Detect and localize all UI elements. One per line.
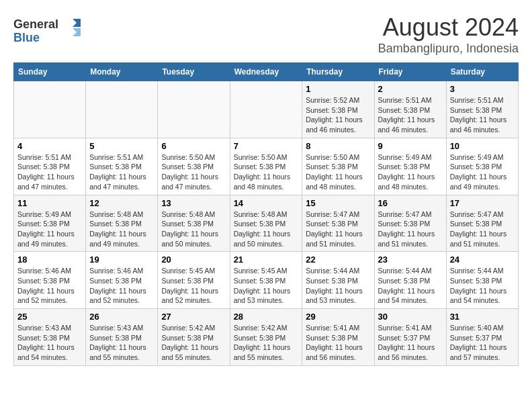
day-number: 17 [450,198,515,208]
calendar-cell: 24Sunrise: 5:44 AMSunset: 5:38 PMDayligh… [446,252,518,309]
page-subtitle: Bambanglipuro, Indonesia [378,42,519,56]
day-info: Sunrise: 5:46 AMSunset: 5:38 PMDaylight:… [89,266,154,306]
calendar-cell: 29Sunrise: 5:41 AMSunset: 5:38 PMDayligh… [302,309,374,366]
day-info: Sunrise: 5:47 AMSunset: 5:38 PMDaylight:… [450,210,515,249]
day-number: 23 [378,255,443,265]
day-number: 30 [378,312,443,322]
day-number: 3 [450,84,515,94]
day-number: 9 [378,141,443,151]
calendar-cell: 23Sunrise: 5:44 AMSunset: 5:38 PMDayligh… [374,252,446,309]
calendar-cell [86,81,158,138]
calendar-cell: 13Sunrise: 5:48 AMSunset: 5:38 PMDayligh… [158,195,230,252]
day-info: Sunrise: 5:51 AMSunset: 5:38 PMDaylight:… [378,95,443,135]
day-info: Sunrise: 5:43 AMSunset: 5:38 PMDaylight:… [89,323,154,363]
day-info: Sunrise: 5:47 AMSunset: 5:38 PMDaylight:… [378,210,443,249]
day-info: Sunrise: 5:51 AMSunset: 5:38 PMDaylight:… [89,152,154,192]
header-day-saturday: Saturday [446,63,518,81]
week-row-5: 25Sunrise: 5:43 AMSunset: 5:38 PMDayligh… [14,309,519,366]
page-title: August 2024 [378,13,519,42]
day-number: 12 [89,198,154,208]
day-info: Sunrise: 5:48 AMSunset: 5:38 PMDaylight:… [161,210,226,249]
day-info: Sunrise: 5:48 AMSunset: 5:38 PMDaylight:… [89,210,154,249]
calendar-cell: 16Sunrise: 5:47 AMSunset: 5:38 PMDayligh… [374,195,446,252]
calendar-cell: 30Sunrise: 5:41 AMSunset: 5:37 PMDayligh… [374,309,446,366]
day-number: 11 [17,198,82,208]
calendar-cell [14,81,86,138]
day-number: 4 [17,141,82,151]
calendar-cell: 20Sunrise: 5:45 AMSunset: 5:38 PMDayligh… [158,252,230,309]
day-number: 10 [450,141,515,151]
header-day-sunday: Sunday [14,63,86,81]
calendar-cell: 15Sunrise: 5:47 AMSunset: 5:38 PMDayligh… [302,195,374,252]
calendar-cell: 14Sunrise: 5:48 AMSunset: 5:38 PMDayligh… [230,195,302,252]
day-info: Sunrise: 5:49 AMSunset: 5:38 PMDaylight:… [450,152,515,192]
calendar-cell: 5Sunrise: 5:51 AMSunset: 5:38 PMDaylight… [86,138,158,195]
logo: General Blue [13,13,87,50]
day-number: 16 [378,198,443,208]
day-number: 7 [234,141,299,151]
day-info: Sunrise: 5:50 AMSunset: 5:38 PMDaylight:… [234,152,299,192]
calendar-cell: 19Sunrise: 5:46 AMSunset: 5:38 PMDayligh… [86,252,158,309]
calendar-cell: 25Sunrise: 5:43 AMSunset: 5:38 PMDayligh… [14,309,86,366]
day-info: Sunrise: 5:45 AMSunset: 5:38 PMDaylight:… [161,266,226,306]
svg-text:Blue: Blue [13,31,40,44]
day-number: 15 [306,198,370,208]
week-row-4: 18Sunrise: 5:46 AMSunset: 5:38 PMDayligh… [14,252,519,309]
calendar-cell: 22Sunrise: 5:44 AMSunset: 5:38 PMDayligh… [302,252,374,309]
day-number: 1 [306,84,370,94]
calendar-cell: 1Sunrise: 5:52 AMSunset: 5:38 PMDaylight… [302,81,374,138]
week-row-1: 1Sunrise: 5:52 AMSunset: 5:38 PMDaylight… [14,81,519,138]
day-number: 25 [17,312,82,322]
day-number: 8 [306,141,370,151]
day-info: Sunrise: 5:50 AMSunset: 5:38 PMDaylight:… [306,152,370,192]
day-number: 13 [161,198,226,208]
day-info: Sunrise: 5:48 AMSunset: 5:38 PMDaylight:… [234,210,299,249]
day-info: Sunrise: 5:41 AMSunset: 5:37 PMDaylight:… [378,323,443,363]
calendar-cell: 10Sunrise: 5:49 AMSunset: 5:38 PMDayligh… [446,138,518,195]
day-info: Sunrise: 5:45 AMSunset: 5:38 PMDaylight:… [234,266,299,306]
calendar-cell: 7Sunrise: 5:50 AMSunset: 5:38 PMDaylight… [230,138,302,195]
day-number: 26 [89,312,154,322]
day-info: Sunrise: 5:49 AMSunset: 5:38 PMDaylight:… [378,152,443,192]
day-info: Sunrise: 5:46 AMSunset: 5:38 PMDaylight:… [17,266,82,306]
svg-marker-3 [73,28,81,36]
calendar-cell: 28Sunrise: 5:42 AMSunset: 5:38 PMDayligh… [230,309,302,366]
header-row: SundayMondayTuesdayWednesdayThursdayFrid… [14,63,519,81]
day-number: 24 [450,255,515,265]
day-number: 28 [234,312,299,322]
calendar-table: SundayMondayTuesdayWednesdayThursdayFrid… [13,62,519,366]
day-info: Sunrise: 5:42 AMSunset: 5:38 PMDaylight:… [234,323,299,363]
day-info: Sunrise: 5:51 AMSunset: 5:38 PMDaylight:… [17,152,82,192]
calendar-cell: 18Sunrise: 5:46 AMSunset: 5:38 PMDayligh… [14,252,86,309]
header-day-thursday: Thursday [302,63,374,81]
calendar-cell [230,81,302,138]
week-row-2: 4Sunrise: 5:51 AMSunset: 5:38 PMDaylight… [14,138,519,195]
week-row-3: 11Sunrise: 5:49 AMSunset: 5:38 PMDayligh… [14,195,519,252]
day-info: Sunrise: 5:49 AMSunset: 5:38 PMDaylight:… [17,210,82,249]
logo-block: General Blue [13,13,87,50]
calendar-cell: 2Sunrise: 5:51 AMSunset: 5:38 PMDaylight… [374,81,446,138]
day-number: 20 [161,255,226,265]
day-info: Sunrise: 5:43 AMSunset: 5:38 PMDaylight:… [17,323,82,363]
calendar-header: SundayMondayTuesdayWednesdayThursdayFrid… [14,63,519,81]
day-number: 6 [161,141,226,151]
day-info: Sunrise: 5:44 AMSunset: 5:38 PMDaylight:… [450,266,515,306]
day-number: 22 [306,255,370,265]
calendar-cell: 3Sunrise: 5:51 AMSunset: 5:38 PMDaylight… [446,81,518,138]
calendar-cell: 6Sunrise: 5:50 AMSunset: 5:38 PMDaylight… [158,138,230,195]
day-info: Sunrise: 5:47 AMSunset: 5:38 PMDaylight:… [306,210,370,249]
day-number: 27 [161,312,226,322]
day-info: Sunrise: 5:42 AMSunset: 5:38 PMDaylight:… [161,323,226,363]
day-info: Sunrise: 5:41 AMSunset: 5:38 PMDaylight:… [306,323,370,363]
day-number: 2 [378,84,443,94]
header-day-friday: Friday [374,63,446,81]
day-info: Sunrise: 5:44 AMSunset: 5:38 PMDaylight:… [378,266,443,306]
calendar-cell: 21Sunrise: 5:45 AMSunset: 5:38 PMDayligh… [230,252,302,309]
calendar-cell: 9Sunrise: 5:49 AMSunset: 5:38 PMDaylight… [374,138,446,195]
header-day-tuesday: Tuesday [158,63,230,81]
calendar-cell: 4Sunrise: 5:51 AMSunset: 5:38 PMDaylight… [14,138,86,195]
day-info: Sunrise: 5:50 AMSunset: 5:38 PMDaylight:… [161,152,226,192]
calendar-cell: 17Sunrise: 5:47 AMSunset: 5:38 PMDayligh… [446,195,518,252]
calendar-cell: 11Sunrise: 5:49 AMSunset: 5:38 PMDayligh… [14,195,86,252]
day-number: 18 [17,255,82,265]
